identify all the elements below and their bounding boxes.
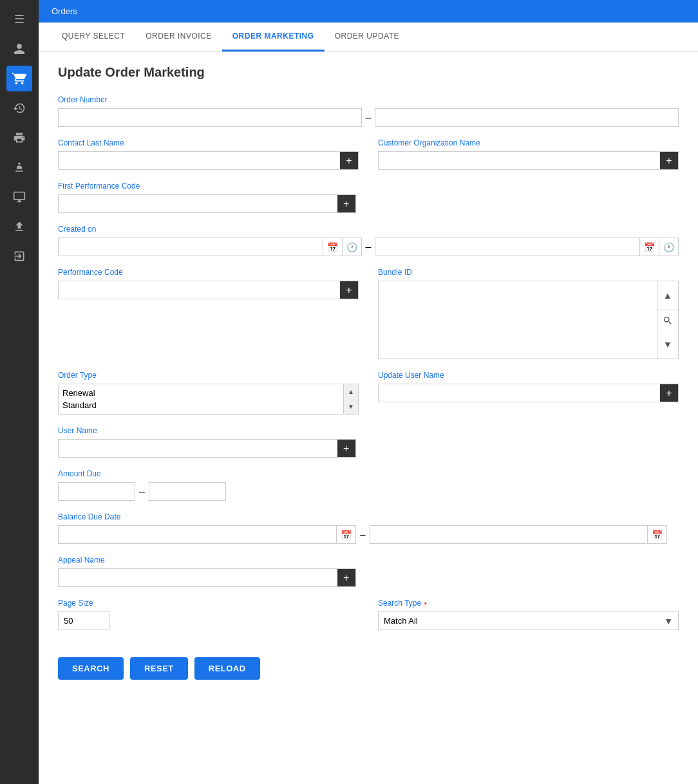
amount-due-field: Amount Due – <box>58 469 679 501</box>
order-type-field: Order Type Renewal Standard ▲ ▼ <box>58 371 359 415</box>
menu-icon[interactable]: ☰ <box>6 6 32 32</box>
appeal-name-field: Appeal Name + <box>58 555 356 587</box>
order-type-listbox-wrapper: Renewal Standard ▲ ▼ <box>58 384 359 415</box>
order-type-scroll-down-btn[interactable]: ▼ <box>344 399 358 414</box>
created-on-field: Created on 📅 🕐 – 📅 🕐 <box>58 225 679 256</box>
bundle-id-textarea[interactable] <box>379 281 657 359</box>
balance-date-to-wrapper: 📅 <box>370 525 668 544</box>
search-type-label: Search Type <box>378 599 421 608</box>
order-type-scroll-up-btn[interactable]: ▲ <box>344 384 358 399</box>
user-icon[interactable] <box>6 36 32 62</box>
first-perf-code-wrapper: + <box>58 194 356 213</box>
header-subtitle: Orders <box>52 6 77 16</box>
appeal-name-wrapper: + <box>58 568 356 587</box>
search-type-field: Search Type * Match All Match Any ▼ <box>378 599 679 630</box>
cart-icon[interactable] <box>6 66 32 91</box>
bundle-id-wrapper: ▲ ▼ <box>378 281 679 359</box>
created-on-to-input[interactable] <box>375 238 639 256</box>
balance-date-to-input[interactable] <box>370 526 648 543</box>
created-on-to-wrapper: 📅 🕐 <box>375 238 679 256</box>
contact-last-name-label: Contact Last Name <box>58 138 359 147</box>
search-type-select[interactable]: Match All Match Any <box>379 612 659 630</box>
user-name-label: User Name <box>58 426 356 435</box>
first-perf-code-plus-btn[interactable]: + <box>337 195 355 212</box>
page-size-field: Page Size <box>58 599 359 630</box>
upload-icon[interactable] <box>6 214 32 239</box>
customer-org-wrapper: + <box>378 151 679 170</box>
main-content: Orders QUERY SELECT ORDER INVOICE ORDER … <box>39 0 698 784</box>
action-buttons: SEARCH RESET RELOAD <box>58 657 679 680</box>
display-icon[interactable] <box>6 184 32 210</box>
app-header: Orders <box>39 0 698 23</box>
history-icon[interactable] <box>6 95 32 121</box>
update-user-name-plus-btn[interactable]: + <box>660 384 678 402</box>
user-name-input[interactable] <box>59 440 337 457</box>
page-title: Update Order Marketing <box>58 65 679 80</box>
performance-code-wrapper: + <box>58 281 359 299</box>
tab-query-select[interactable]: QUERY SELECT <box>52 23 135 51</box>
tab-order-invoice[interactable]: ORDER INVOICE <box>135 23 222 51</box>
bundle-id-scroll-up-btn[interactable]: ▲ <box>657 281 678 310</box>
update-user-name-input[interactable] <box>379 384 660 402</box>
balance-date-dash: – <box>360 529 366 541</box>
search-type-arrow-icon: ▼ <box>659 616 678 626</box>
order-number-from-input[interactable] <box>59 109 361 126</box>
exit-icon[interactable] <box>6 243 32 269</box>
order-type-listbox[interactable]: Renewal Standard <box>59 384 343 414</box>
order-number-to-wrapper <box>375 108 679 127</box>
appeal-name-plus-btn[interactable]: + <box>337 569 355 586</box>
search-type-required-star: * <box>424 601 427 610</box>
print-icon[interactable] <box>6 125 32 151</box>
order-type-standard[interactable]: Standard <box>62 399 339 411</box>
balance-date-from-calendar-btn[interactable]: 📅 <box>336 526 355 543</box>
created-on-from-clock-btn[interactable]: 🕐 <box>342 238 361 256</box>
amount-due-from-input[interactable] <box>58 482 135 501</box>
created-on-from-calendar-btn[interactable]: 📅 <box>323 238 342 256</box>
balance-due-date-label: Balance Due Date <box>58 512 679 521</box>
balance-date-from-input[interactable] <box>59 526 336 543</box>
tab-order-marketing[interactable]: ORDER MARKETING <box>222 23 325 51</box>
performance-code-input[interactable] <box>59 281 340 299</box>
user-name-field: User Name + <box>58 426 356 458</box>
page-size-input[interactable] <box>58 611 109 630</box>
first-perf-code-label: First Performance Code <box>58 182 356 191</box>
bundle-id-label: Bundle ID <box>378 268 679 277</box>
created-on-from-wrapper: 📅 🕐 <box>58 238 362 256</box>
order-type-renewal[interactable]: Renewal <box>62 387 339 399</box>
reset-button[interactable]: RESET <box>130 657 188 680</box>
bundle-id-search-btn[interactable] <box>657 310 678 331</box>
reload-button[interactable]: RELOAD <box>194 657 260 680</box>
created-on-to-clock-btn[interactable]: 🕐 <box>659 238 678 256</box>
created-on-to-calendar-btn[interactable]: 📅 <box>639 238 659 256</box>
appeal-name-input[interactable] <box>59 569 337 586</box>
order-number-label: Order Number <box>58 95 679 104</box>
bundle-id-side-controls: ▲ ▼ <box>657 281 678 359</box>
bundle-id-field: Bundle ID ▲ ▼ <box>378 268 679 359</box>
performance-code-plus-btn[interactable]: + <box>340 281 358 299</box>
order-type-label: Order Type <box>58 371 359 380</box>
created-on-from-input[interactable] <box>59 238 323 256</box>
tab-order-update[interactable]: ORDER UPDATE <box>325 23 410 51</box>
amount-due-to-input[interactable] <box>149 482 226 501</box>
first-perf-code-input[interactable] <box>59 195 337 212</box>
contact-last-name-input[interactable] <box>59 152 340 169</box>
contact-org-row: Contact Last Name + Customer Organizatio… <box>58 138 679 182</box>
user-name-plus-btn[interactable]: + <box>337 440 355 457</box>
search-button[interactable]: SEARCH <box>58 657 124 680</box>
balance-date-to-calendar-btn[interactable]: 📅 <box>647 526 666 543</box>
seat-icon[interactable] <box>6 154 32 180</box>
order-number-field: Order Number – <box>58 95 679 127</box>
page-body: Update Order Marketing Order Number – Co… <box>39 52 698 784</box>
amount-due-label: Amount Due <box>58 469 679 478</box>
contact-last-name-plus-btn[interactable]: + <box>340 152 358 169</box>
page-size-label: Page Size <box>58 599 359 608</box>
balance-due-date-field: Balance Due Date 📅 – 📅 <box>58 512 679 544</box>
update-user-name-label: Update User Name <box>378 371 679 380</box>
order-number-dash: – <box>366 112 372 124</box>
user-name-wrapper: + <box>58 439 356 458</box>
customer-org-plus-btn[interactable]: + <box>660 152 678 169</box>
order-number-to-input[interactable] <box>375 109 678 126</box>
customer-org-input[interactable] <box>379 152 660 169</box>
bundle-id-scroll-down-btn[interactable]: ▼ <box>657 331 678 359</box>
search-type-wrapper: Match All Match Any ▼ <box>378 611 679 630</box>
